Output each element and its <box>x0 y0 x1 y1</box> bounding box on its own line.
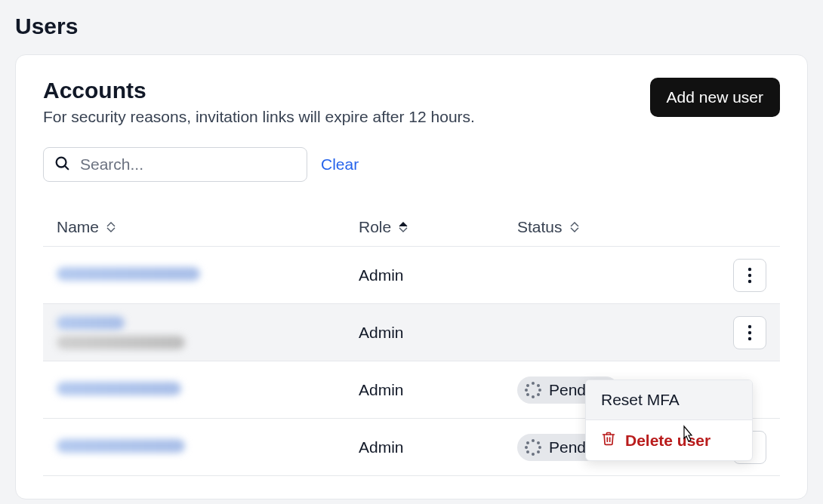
user-name-cell <box>57 438 359 456</box>
column-header-role-label: Role <box>359 218 391 236</box>
search-icon <box>54 155 70 174</box>
user-name-cell <box>57 381 359 399</box>
svg-point-4 <box>748 279 751 282</box>
table-header-row: Name Role Status <box>43 207 780 247</box>
delete-user-menu-item[interactable]: Delete user <box>586 419 752 460</box>
spinner-icon <box>525 382 541 398</box>
user-role-cell: Admin <box>359 438 517 456</box>
table-row: Admin <box>43 247 780 304</box>
clear-search-link[interactable]: Clear <box>321 155 359 174</box>
column-header-status-label: Status <box>517 218 563 236</box>
row-actions-menu: Reset MFA Delete user <box>585 380 753 461</box>
column-header-role[interactable]: Role <box>359 218 517 236</box>
table-row: Admin <box>43 304 780 361</box>
svg-point-7 <box>748 337 751 340</box>
row-actions-button[interactable] <box>733 316 766 349</box>
svg-point-3 <box>748 273 751 276</box>
svg-point-2 <box>748 267 751 270</box>
section-subtitle: For security reasons, invitation links w… <box>43 108 475 126</box>
reset-mfa-menu-item[interactable]: Reset MFA <box>586 380 752 419</box>
redacted-text <box>57 267 200 281</box>
user-name-cell <box>57 266 359 284</box>
sort-icon <box>106 222 116 232</box>
svg-point-5 <box>748 324 751 327</box>
column-header-name[interactable]: Name <box>57 218 359 236</box>
accounts-card: Accounts For security reasons, invitatio… <box>15 54 808 499</box>
spinner-icon <box>525 439 541 456</box>
sort-icon <box>570 222 579 232</box>
redacted-text <box>57 316 125 330</box>
redacted-text <box>57 439 185 453</box>
section-title: Accounts <box>43 78 475 103</box>
column-header-name-label: Name <box>57 218 99 236</box>
page-title: Users <box>0 0 823 47</box>
svg-line-1 <box>65 166 68 169</box>
delete-user-label: Delete user <box>625 432 710 450</box>
reset-mfa-label: Reset MFA <box>601 391 680 409</box>
user-name-cell <box>57 316 359 349</box>
column-header-status[interactable]: Status <box>517 218 706 236</box>
sort-icon <box>399 222 408 232</box>
redacted-text <box>57 382 181 395</box>
user-role-cell: Admin <box>359 381 517 399</box>
user-role-cell: Admin <box>359 324 517 342</box>
trash-icon <box>601 431 616 450</box>
row-actions-button[interactable] <box>733 259 766 292</box>
search-input[interactable] <box>43 147 307 182</box>
user-role-cell: Admin <box>359 266 517 284</box>
add-new-user-button[interactable]: Add new user <box>650 78 780 117</box>
svg-point-6 <box>748 330 751 333</box>
redacted-text <box>57 336 185 349</box>
